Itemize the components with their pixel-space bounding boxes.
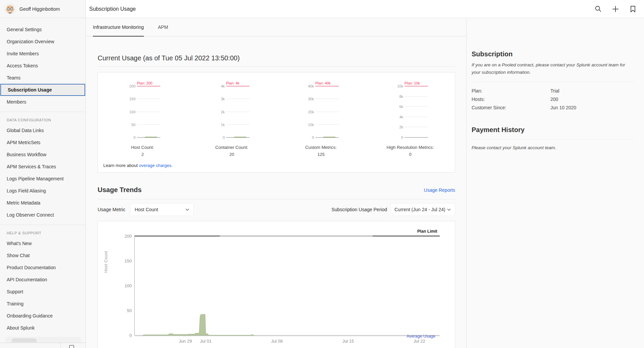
svg-text:50: 50 bbox=[127, 308, 132, 313]
gauge-metric-name: Host Count: bbox=[98, 145, 187, 150]
subscription-heading: Subscription bbox=[472, 50, 634, 58]
average-usage-link[interactable]: Average Usage bbox=[407, 334, 435, 339]
usage-trend-chart: 200150100500Jun 29Jul 01Jul 08Jul 15Jul … bbox=[98, 221, 455, 348]
top-bar: Subscription Usage bbox=[86, 0, 644, 18]
sidebar-item-show-chat[interactable]: Show Chat bbox=[0, 249, 86, 262]
sidebar-footer bbox=[0, 343, 86, 348]
gauge-metric-value: 0 bbox=[366, 152, 455, 157]
gauge-metric-name: Custom Metrics: bbox=[276, 145, 366, 150]
bookmark-icon[interactable] bbox=[629, 5, 637, 13]
gauge-tick-label: 1k bbox=[221, 123, 225, 127]
gauge-gridline bbox=[137, 112, 160, 112]
plan-value: Trial bbox=[550, 87, 559, 95]
sidebar-bottom bbox=[0, 337, 86, 348]
gauge-tick-label: 100 bbox=[129, 110, 136, 114]
sidebar-item-metric-metadata[interactable]: Metric Metadata bbox=[0, 197, 86, 209]
gauge-gridline bbox=[315, 124, 339, 125]
current-usage-card: 200150100500Plan: 200Host Count:24k3k2k1… bbox=[98, 72, 455, 173]
add-icon[interactable] bbox=[612, 5, 619, 13]
chevron-down-icon bbox=[447, 209, 451, 211]
sidebar-item-general-settings[interactable]: General Settings bbox=[0, 23, 86, 36]
gauge-metric-name: Container Count: bbox=[187, 145, 276, 150]
gauge-custom-metrics-: 40k30k20k10k0Plan: 40kCustom Metrics:125 bbox=[276, 72, 366, 160]
gauge-value-bar bbox=[234, 137, 246, 137]
tab-apm[interactable]: APM bbox=[158, 18, 168, 37]
payment-history-note: Please contact your Splunk account team. bbox=[472, 144, 634, 152]
sidebar: Geoff Higginbottom General SettingsOrgan… bbox=[0, 0, 86, 348]
sidebar-item-support[interactable]: Support bbox=[0, 286, 86, 298]
sidebar-item-invite-members[interactable]: Invite Members bbox=[0, 48, 86, 60]
gauge-tick-label: 0 bbox=[223, 135, 225, 139]
user-row[interactable]: Geoff Higginbottom bbox=[0, 0, 86, 18]
customer-since-value: Jun 10 2020 bbox=[550, 104, 576, 112]
gauge-tick-label: 3k bbox=[221, 97, 225, 101]
tab-infrastructure-monitoring[interactable]: Infrastructure Monitoring bbox=[93, 18, 144, 37]
sidebar-item-apm-metricsets[interactable]: APM MetricSets bbox=[0, 136, 86, 149]
plan-row: Plan: Trial bbox=[472, 87, 634, 95]
sidebar-item-onboarding-guidance[interactable]: Onboarding Guidance bbox=[0, 310, 86, 322]
sidebar-item-organization-overview[interactable]: Organization Overview bbox=[0, 36, 86, 48]
sidebar-item-teams[interactable]: Teams bbox=[0, 72, 86, 84]
gauge-gridline bbox=[405, 106, 428, 107]
sidebar-item-log-observer-connect[interactable]: Log Observer Connect bbox=[0, 209, 86, 221]
sidebar-item-business-workflow[interactable]: Business Workflow bbox=[0, 149, 86, 161]
nav-divider bbox=[0, 225, 86, 225]
usage-trends-heading: Usage Trends bbox=[98, 186, 142, 194]
nav-divider bbox=[0, 112, 86, 112]
gauge-gridline bbox=[226, 124, 250, 125]
sidebar-item-access-tokens[interactable]: Access Tokens bbox=[0, 60, 86, 72]
sidebar-nav: General SettingsOrganization OverviewInv… bbox=[0, 18, 86, 334]
svg-text:Jul 15: Jul 15 bbox=[342, 339, 354, 344]
learn-more-text: Learn more about overage charges. bbox=[103, 163, 173, 168]
gauge-gridline bbox=[137, 99, 160, 99]
gauge-tick-label: 2k bbox=[221, 110, 225, 114]
gauge-tick-label: 150 bbox=[129, 97, 136, 101]
svg-text:Jul 08: Jul 08 bbox=[271, 339, 283, 344]
sidebar-item-training[interactable]: Training bbox=[0, 298, 86, 310]
plan-label: Plan: bbox=[472, 87, 550, 95]
sidebar-item-what-s-new[interactable]: What's New bbox=[0, 237, 86, 249]
sidebar-item-subscription-usage[interactable]: Subscription Usage bbox=[0, 84, 85, 96]
gauge-tick-label: 8k bbox=[399, 95, 403, 99]
gauge-tick-label: 4k bbox=[221, 84, 225, 88]
customer-since-label: Customer Since: bbox=[472, 104, 550, 112]
usage-reports-link[interactable]: Usage Reports bbox=[424, 187, 455, 193]
svg-text:Jun 29: Jun 29 bbox=[179, 339, 192, 344]
gauge-gridline bbox=[137, 124, 160, 125]
gauge-tick-label: 10k bbox=[308, 123, 314, 127]
gauge-gridline bbox=[405, 117, 428, 117]
sidebar-item-logs-pipeline-management[interactable]: Logs Pipeline Management bbox=[0, 173, 86, 185]
gauge-metric-value: 2 bbox=[98, 152, 187, 157]
gauge-container-count-: 4k3k2k1k0Plan: 4kContainer Count:20 bbox=[187, 72, 276, 160]
gauge-tick-label: 40k bbox=[308, 84, 314, 88]
usage-metric-dropdown[interactable]: Host Count bbox=[130, 203, 194, 216]
plan-limit-label: Plan Limit bbox=[417, 229, 437, 234]
gauge-tick-label: 0 bbox=[133, 135, 136, 139]
sidebar-item-logs-field-aliasing[interactable]: Logs Field Aliasing bbox=[0, 185, 86, 197]
nav-section-header: HELP & SUPPORT bbox=[0, 229, 86, 237]
sidebar-item-members[interactable]: Members bbox=[0, 96, 86, 108]
gauge-gridline bbox=[226, 112, 250, 112]
gauge-zero-line bbox=[405, 137, 428, 138]
sidebar-footer-divider bbox=[60, 343, 61, 348]
gauge-tick-label: 4k bbox=[399, 115, 403, 119]
gauge-plan-label: Plan: 200 bbox=[137, 81, 152, 85]
sidebar-item-about-splunk[interactable]: About Splunk bbox=[0, 322, 86, 334]
sidebar-item-api-documentation[interactable]: API Documentation bbox=[0, 274, 86, 286]
usage-period-label: Subscription Usage Period bbox=[331, 207, 387, 212]
search-icon[interactable] bbox=[594, 5, 602, 13]
overage-charges-link[interactable]: overage charges. bbox=[139, 163, 172, 168]
gauge-plan-label: Plan: 10k bbox=[405, 81, 420, 85]
page-title: Subscription Usage bbox=[89, 6, 136, 12]
usage-gauges: 200150100500Plan: 200Host Count:24k3k2k1… bbox=[98, 72, 455, 160]
collapse-panel-icon[interactable] bbox=[69, 345, 74, 348]
sidebar-item-product-documentation[interactable]: Product Documentation bbox=[0, 262, 86, 274]
gauge-plan-line bbox=[137, 86, 160, 86]
sidebar-item-global-data-links[interactable]: Global Data Links bbox=[0, 124, 86, 136]
usage-period-dropdown[interactable]: Current (Jun 24 - Jul 24) bbox=[390, 203, 455, 216]
gauge-host-count-: 200150100500Plan: 200Host Count:2 bbox=[98, 72, 187, 160]
sidebar-item-apm-services-traces[interactable]: APM Services & Traces bbox=[0, 161, 86, 173]
gauge-metric-value: 20 bbox=[187, 152, 276, 157]
divider bbox=[472, 82, 634, 82]
usage-period-value: Current (Jun 24 - Jul 24) bbox=[394, 207, 445, 212]
